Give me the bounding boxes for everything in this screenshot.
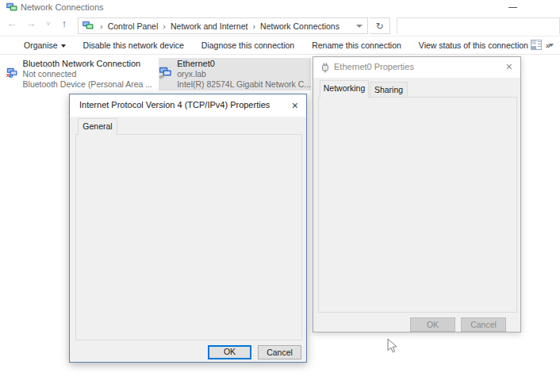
ok-button[interactable]: OK [208,345,251,359]
address-dropdown-icon[interactable] [356,25,362,28]
bluetooth-connection-icon [6,58,18,88]
breadcrumb[interactable]: › Control Panel › Network and Internet ›… [78,17,368,34]
view-status-button[interactable]: View status of this connection [419,40,528,50]
crumb-network-connections[interactable]: Network Connections [259,21,341,31]
view-layout-icon [531,40,542,50]
refresh-button[interactable]: ↻ [370,17,390,34]
networking-tab-page [318,97,517,313]
close-icon[interactable]: × [292,99,298,112]
connection-tile-ethernet0[interactable]: Ethernet0 oryx.lab Intel(R) 82574L Gigab… [159,58,311,90]
search-input[interactable] [397,19,559,34]
connection-device: Intel(R) 82574L Gigabit Network C... [177,79,311,90]
window-titlebar: Network Connections [0,0,560,15]
history-chevron-icon[interactable]: ˅ [41,20,56,28]
view-toggle[interactable] [531,40,554,50]
cancel-button[interactable]: Cancel [461,317,506,332]
dialog-titlebar: Internet Protocol Version 4 (TCP/IPv4) P… [70,94,306,117]
ethernet-properties-dialog: Ethernet0 Properties × Networking Sharin… [313,56,521,332]
connection-name: Bluetooth Network Connection [23,59,152,69]
back-button[interactable]: ← [5,17,19,29]
tab-sharing[interactable]: Sharing [370,82,408,98]
chevron-down-icon [549,44,554,47]
connection-network: oryx.lab [177,69,311,79]
network-connections-app-icon [6,2,17,13]
connection-tile-bluetooth[interactable]: Bluetooth Network Connection Not connect… [6,58,152,90]
disconnected-x-icon [7,75,10,77]
rj45-plug-icon [159,75,164,79]
diagnose-connection-button[interactable]: Diagnose this connection [201,40,294,50]
crumb-separator: › [97,21,106,31]
crumb-separator: › [249,21,259,31]
command-toolbar: Organise Disable this network device Dia… [0,37,560,55]
dialog-titlebar: Ethernet0 Properties × [313,57,520,78]
dialog-title: Internet Protocol Version 4 (TCP/IPv4) P… [79,100,270,110]
connection-name: Ethernet0 [177,59,311,69]
general-tab-page [75,134,302,340]
crumb-control-panel[interactable]: Control Panel [106,21,160,31]
crumb-network-and-internet[interactable]: Network and Internet [169,21,249,31]
adapter-device-icon [320,62,330,73]
cancel-button[interactable]: Cancel [258,345,301,359]
crumb-separator: › [159,21,169,31]
search-box [397,17,560,34]
rename-connection-button[interactable]: Rename this connection [312,40,401,50]
connection-status: Not connected [23,69,152,79]
ok-button[interactable]: OK [410,317,455,332]
mouse-cursor [387,338,397,353]
tab-general[interactable]: General [78,118,117,135]
close-icon[interactable]: × [506,60,512,73]
minimize-button[interactable] [508,7,517,8]
disable-device-button[interactable]: Disable this network device [83,40,184,50]
organise-menu[interactable]: Organise [24,40,66,50]
ethernet-connection-icon [159,58,172,88]
tab-networking[interactable]: Networking [320,80,369,98]
up-button[interactable]: ↑ [57,17,71,29]
ipv4-properties-dialog: Internet Protocol Version 4 (TCP/IPv4) P… [69,94,307,363]
chevron-down-icon [61,44,66,48]
dialog-title: Ethernet0 Properties [334,62,414,71]
breadcrumb-location-icon [82,21,94,31]
connection-device: Bluetooth Device (Personal Area ... [23,79,152,90]
window-title: Network Connections [21,2,104,12]
address-bar: ← → ˅ ↑ › Control Panel › Network and In… [0,15,560,37]
forward-button[interactable]: → [24,17,38,29]
